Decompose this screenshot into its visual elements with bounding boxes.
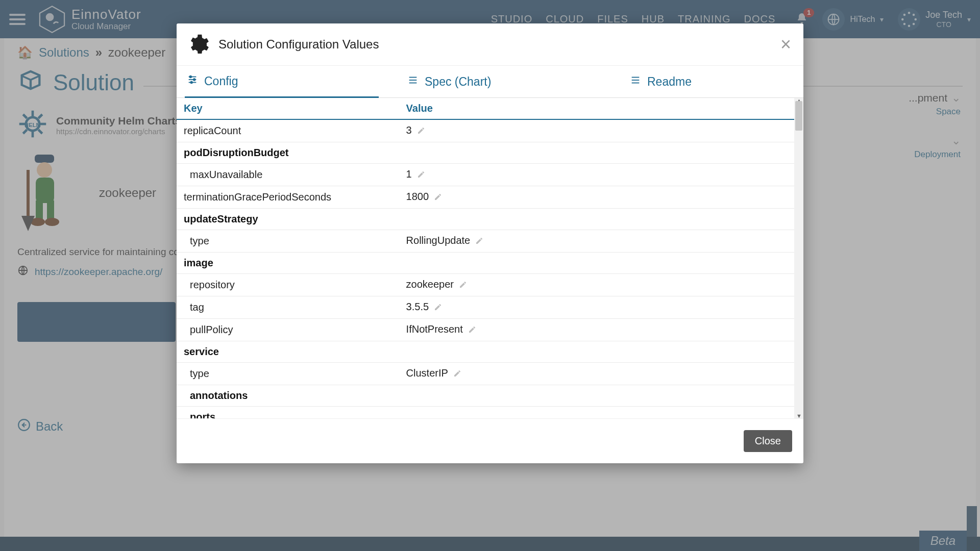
table-row: typeClusterIP	[177, 363, 794, 385]
table-row: service	[177, 341, 794, 363]
section-key: updateStrategy	[177, 209, 794, 230]
table-row: terminationGracePeriodSeconds1800	[177, 186, 794, 209]
close-icon[interactable]: ×	[780, 35, 791, 54]
list-icon	[630, 74, 641, 89]
section-key: image	[177, 253, 794, 274]
cell-value: RollingUpdate	[399, 230, 794, 253]
svg-point-34	[190, 76, 192, 78]
table-row: typeRollingUpdate	[177, 230, 794, 253]
tab-readme[interactable]: Readme	[630, 66, 783, 97]
table-row: tag3.5.5	[177, 296, 794, 319]
edit-icon[interactable]	[475, 236, 483, 247]
edit-icon[interactable]	[468, 324, 476, 336]
cell-key: type	[177, 230, 399, 253]
list-icon	[407, 74, 419, 89]
section-key: service	[177, 341, 794, 363]
table-row: podDisruptionBudget	[177, 142, 794, 164]
tab-readme-label: Readme	[647, 75, 692, 89]
edit-icon[interactable]	[459, 280, 467, 291]
table-row: updateStrategy	[177, 209, 794, 230]
svg-point-36	[190, 82, 192, 84]
edit-icon[interactable]	[417, 126, 425, 137]
th-key: Key	[177, 98, 399, 119]
cell-key: replicaCount	[177, 119, 399, 142]
modal-tabs: Config Spec (Chart) Readme	[177, 66, 803, 98]
th-value: Value	[399, 98, 794, 119]
svg-point-35	[193, 79, 195, 81]
tab-spec-label: Spec (Chart)	[425, 75, 491, 89]
table-row: replicaCount3	[177, 119, 794, 142]
table-row: pullPolicyIfNotPresent	[177, 319, 794, 341]
tab-spec[interactable]: Spec (Chart)	[407, 66, 601, 97]
table-row: image	[177, 253, 794, 274]
table-row: annotations	[177, 385, 794, 407]
table-scrollbar[interactable]: ▲ ▼	[794, 98, 803, 418]
edit-icon[interactable]	[434, 302, 442, 314]
scroll-down-icon[interactable]: ▼	[796, 413, 802, 418]
table-row: maxUnavailable1	[177, 164, 794, 186]
sliders-icon	[187, 74, 198, 88]
close-button[interactable]: Close	[744, 430, 792, 452]
cell-value: 3	[399, 119, 794, 142]
tab-config-label: Config	[204, 74, 238, 88]
cell-key: type	[177, 363, 399, 385]
gear-icon	[186, 33, 209, 56]
section-key: ports	[177, 407, 794, 419]
cell-value: ClusterIP	[399, 363, 794, 385]
cell-key: pullPolicy	[177, 319, 399, 341]
cell-key: repository	[177, 274, 399, 296]
table-row: repositoryzookeeper	[177, 274, 794, 296]
scroll-thumb[interactable]	[795, 101, 802, 131]
config-table-wrap: Key Value replicaCount3podDisruptionBudg…	[177, 98, 803, 418]
edit-icon[interactable]	[453, 368, 461, 380]
cell-key: maxUnavailable	[177, 164, 399, 186]
cell-value: 1800	[399, 186, 794, 209]
edit-icon[interactable]	[434, 192, 442, 204]
modal-title: Solution Configuration Values	[218, 37, 379, 52]
cell-value: 3.5.5	[399, 296, 794, 319]
section-key: podDisruptionBudget	[177, 142, 794, 164]
cell-value: zookeeper	[399, 274, 794, 296]
cell-value: 1	[399, 164, 794, 186]
config-table: Key Value replicaCount3podDisruptionBudg…	[177, 98, 794, 418]
config-modal: Solution Configuration Values × Config S…	[177, 23, 803, 463]
edit-icon[interactable]	[417, 169, 425, 181]
cell-key: terminationGracePeriodSeconds	[177, 186, 399, 209]
table-row: ports	[177, 407, 794, 419]
cell-key: tag	[177, 296, 399, 319]
tab-config[interactable]: Config	[185, 66, 379, 98]
section-key: annotations	[177, 385, 794, 407]
cell-value: IfNotPresent	[399, 319, 794, 341]
modal-overlay: Solution Configuration Values × Config S…	[0, 0, 980, 551]
